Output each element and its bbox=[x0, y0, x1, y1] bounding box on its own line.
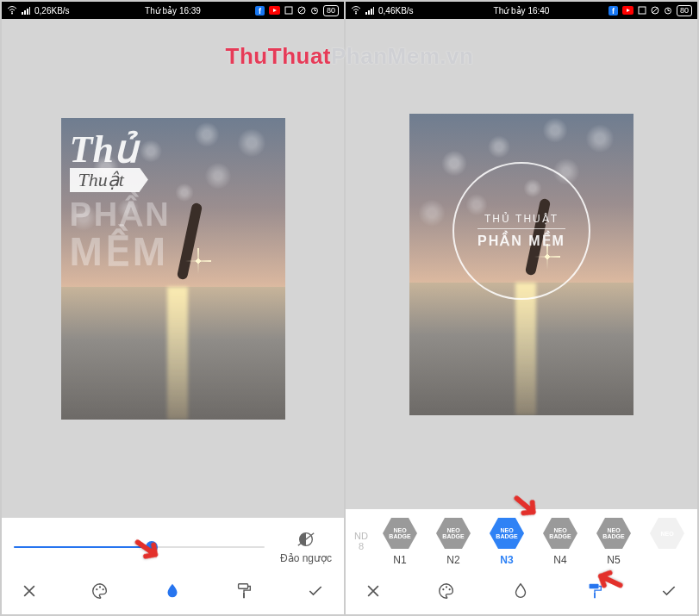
battery-level: 80 bbox=[323, 5, 339, 16]
confirm-button[interactable] bbox=[306, 582, 325, 600]
style-badge-next[interactable]: NEO bbox=[640, 516, 694, 566]
style-badge-n2[interactable]: NEO BADGE N2 bbox=[427, 516, 480, 566]
svg-point-17 bbox=[99, 586, 101, 588]
overlay-line2: Thuật bbox=[70, 168, 140, 192]
status-bar: 0,26KB/s Thứ bảy 16:39 f 80 bbox=[2, 2, 344, 19]
youtube-icon bbox=[269, 6, 280, 15]
style-badge-n4[interactable]: NEO BADGE N4 bbox=[534, 516, 587, 566]
svg-rect-24 bbox=[371, 9, 372, 15]
badge-overlay[interactable]: THỦ THUẬT PHẦN MỀM bbox=[452, 162, 590, 300]
invert-button[interactable]: Đảo ngược bbox=[280, 530, 332, 564]
facebook-icon: f bbox=[255, 6, 265, 16]
invert-icon bbox=[296, 530, 315, 549]
droplet-button[interactable] bbox=[511, 582, 530, 600]
svg-rect-20 bbox=[243, 593, 245, 598]
facebook-icon: f bbox=[609, 6, 618, 16]
svg-rect-1 bbox=[22, 12, 23, 15]
dnd-icon bbox=[651, 6, 659, 15]
net-speed: 0,46KB/s bbox=[378, 6, 414, 16]
bottom-panel: Đảo ngược bbox=[2, 518, 344, 614]
strip-prev-fragment: ND8 bbox=[349, 531, 373, 551]
invert-label: Đảo ngược bbox=[280, 552, 332, 564]
site-watermark: ThuThuatPhanMem.vn bbox=[226, 43, 474, 70]
status-clock: Thứ bảy 16:39 bbox=[145, 6, 201, 16]
svg-point-0 bbox=[11, 13, 13, 15]
photo: THỦ THUẬT PHẦN MỀM bbox=[409, 114, 633, 415]
overlay-line3: PHẦN bbox=[70, 196, 172, 233]
svg-rect-4 bbox=[29, 7, 30, 15]
editor-canvas[interactable]: THỦ THUẬT PHẦN MỀM bbox=[346, 19, 697, 509]
box-icon bbox=[638, 6, 646, 15]
dnd-icon bbox=[297, 6, 306, 15]
svg-rect-25 bbox=[373, 7, 374, 15]
overlay-line2: PHẦN MỀM bbox=[477, 228, 565, 249]
paint-roller-button[interactable] bbox=[234, 582, 253, 600]
svg-rect-2 bbox=[24, 10, 26, 15]
status-clock: Thứ bảy 16:40 bbox=[494, 6, 550, 16]
text-overlay[interactable]: Thủ Thuật PHẦN MỀM bbox=[70, 127, 172, 275]
signal-icon bbox=[365, 6, 374, 15]
svg-point-18 bbox=[103, 588, 104, 590]
watermark-part2: PhanMem.vn bbox=[331, 43, 473, 69]
alarm-icon bbox=[310, 6, 319, 15]
svg-point-36 bbox=[442, 588, 444, 590]
signal-icon bbox=[22, 6, 30, 15]
phone-left: 0,26KB/s Thứ bảy 16:39 f 80 Thủ bbox=[2, 2, 346, 614]
battery-level: 80 bbox=[677, 5, 692, 16]
svg-point-21 bbox=[355, 13, 357, 15]
editor-canvas[interactable]: Thủ Thuật PHẦN MỀM bbox=[2, 19, 344, 518]
svg-rect-3 bbox=[27, 9, 28, 15]
wifi-icon bbox=[351, 6, 361, 15]
overlay-line1: THỦ THUẬT bbox=[484, 213, 559, 225]
box-icon bbox=[284, 6, 293, 15]
svg-rect-22 bbox=[365, 12, 367, 15]
close-button[interactable] bbox=[21, 582, 38, 600]
svg-line-11 bbox=[299, 8, 304, 13]
alarm-icon bbox=[664, 6, 672, 15]
svg-rect-19 bbox=[238, 584, 247, 589]
svg-line-32 bbox=[652, 8, 658, 13]
style-badge-n1[interactable]: NEO BADGE N1 bbox=[373, 516, 427, 566]
watermark-part1: ThuThuat bbox=[226, 43, 331, 69]
wifi-icon bbox=[7, 6, 17, 15]
droplet-button[interactable] bbox=[163, 582, 182, 600]
palette-button[interactable] bbox=[437, 582, 456, 600]
palette-button[interactable] bbox=[90, 582, 109, 600]
svg-rect-9 bbox=[285, 7, 292, 14]
svg-rect-40 bbox=[594, 593, 596, 598]
phone-right: 0,46KB/s Thứ bảy 16:40 f 80 THỦ THUẬT bbox=[346, 2, 697, 614]
confirm-button[interactable] bbox=[659, 582, 678, 600]
style-badge-n5[interactable]: NEO BADGE N5 bbox=[587, 516, 640, 566]
youtube-icon bbox=[622, 6, 633, 15]
svg-point-16 bbox=[96, 588, 97, 590]
status-bar: 0,46KB/s Thứ bảy 16:40 f 80 bbox=[346, 2, 697, 19]
photo: Thủ Thuật PHẦN MỀM bbox=[61, 118, 285, 420]
svg-rect-23 bbox=[368, 10, 370, 15]
net-speed: 0,26KB/s bbox=[34, 6, 70, 16]
svg-point-38 bbox=[449, 588, 451, 590]
close-button[interactable] bbox=[365, 582, 382, 600]
overlay-line1: Thủ bbox=[70, 127, 172, 171]
overlay-line4: MỀM bbox=[70, 228, 172, 275]
svg-point-37 bbox=[446, 586, 447, 588]
svg-rect-30 bbox=[639, 7, 646, 14]
